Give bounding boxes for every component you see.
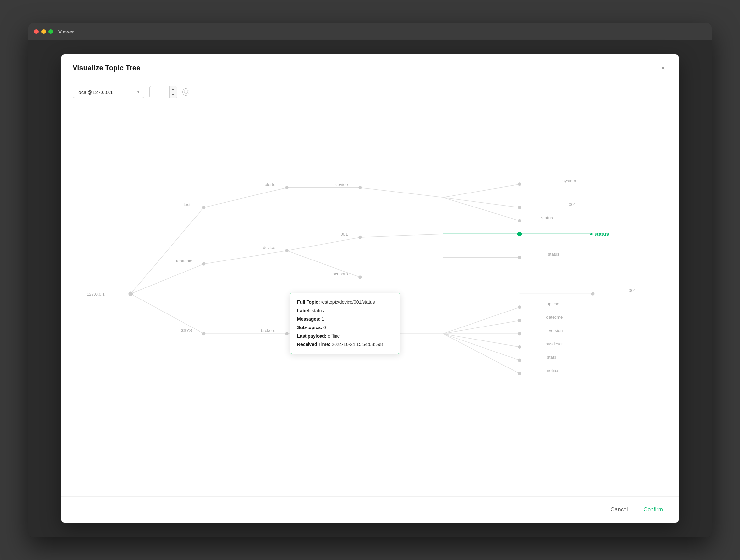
node-001-testtopic-label: 001 [340, 232, 348, 237]
node-001-testtopic [358, 236, 362, 239]
node-sys [202, 332, 205, 335]
chevron-down-icon: ▾ [137, 90, 139, 94]
node-001-right [591, 292, 594, 295]
title-bar: Viewer [28, 23, 712, 40]
svg-line-23 [443, 334, 520, 347]
svg-line-2 [131, 294, 204, 334]
node-001-upper [518, 206, 521, 209]
node-testtopic [202, 262, 205, 266]
node-sensors-label: sensors [333, 271, 348, 276]
depth-input[interactable]: 4 [150, 89, 169, 95]
broker-value: local@127.0.0.1 [78, 89, 113, 95]
svg-line-6 [443, 184, 520, 197]
svg-line-3 [204, 188, 287, 208]
svg-line-13 [287, 251, 360, 277]
tooltip-last-payload-value: offline [328, 333, 340, 339]
node-001-right-label: 001 [629, 288, 636, 293]
broker-dropdown[interactable]: local@127.0.0.1 ▾ [73, 87, 144, 98]
node-brokers [285, 332, 289, 335]
modal-dialog: Visualize Topic Tree × local@127.0.0.1 ▾… [61, 54, 679, 523]
node-version [518, 332, 521, 335]
svg-line-24 [443, 334, 520, 360]
node-uptime-label: uptime [546, 302, 559, 306]
node-system [518, 183, 521, 186]
svg-line-20 [443, 307, 520, 334]
tooltip-messages-label: Messages: [297, 316, 320, 322]
depth-decrement-button[interactable]: ▼ [170, 92, 177, 98]
svg-line-9 [204, 251, 287, 264]
close-traffic-light[interactable] [34, 29, 39, 34]
node-status-upper [518, 219, 521, 222]
app-window: Viewer Visualize Topic Tree × local@127.… [28, 23, 712, 537]
node-root-label: 127.0.0.1 [87, 292, 105, 297]
tooltip-messages-value: 1 [321, 316, 324, 322]
node-metrics-label: metrics [546, 368, 560, 373]
svg-line-0 [131, 208, 204, 294]
tooltip-full-topic-label: Full Topic: [297, 300, 320, 305]
tooltip-label-value: status [312, 308, 324, 313]
tooltip-last-payload-row: Last payload: offline [297, 333, 393, 340]
modal-header: Visualize Topic Tree × [61, 54, 679, 79]
tooltip-received-time-value: 2024-10-24 15:54:08:698 [332, 342, 383, 347]
confirm-button[interactable]: Confirm [639, 504, 667, 516]
tooltip-full-topic-row: Full Topic: testtopic/device/001/status [297, 299, 393, 306]
node-status-lower [518, 256, 521, 259]
depth-increment-button[interactable]: ▲ [170, 86, 177, 92]
node-test-label: test [184, 202, 191, 207]
svg-line-10 [287, 237, 360, 251]
depth-control: 4 ▲ ▼ [149, 86, 177, 98]
node-device-alerts [358, 186, 362, 189]
node-device-testtopic [285, 249, 289, 252]
svg-line-7 [443, 197, 520, 208]
node-datetime [518, 319, 521, 322]
node-sysdescr-label: sysdescr [546, 341, 563, 346]
svg-line-5 [360, 188, 443, 198]
node-system-label: system [562, 179, 576, 184]
tooltip-last-payload-label: Last payload: [297, 333, 327, 339]
node-testtopic-label: testtopic [176, 258, 192, 263]
node-status-upper-label: status [541, 215, 553, 220]
svg-line-8 [443, 197, 520, 221]
tooltip-subtopics-label: Sub-topics: [297, 325, 322, 330]
node-sysdescr [518, 345, 521, 349]
traffic-lights [34, 29, 53, 34]
cancel-button[interactable]: Cancel [606, 504, 633, 516]
tooltip-received-time-row: Received Time: 2024-10-24 15:54:08:698 [297, 341, 393, 348]
node-tooltip: Full Topic: testtopic/device/001/status … [290, 293, 400, 354]
modal-footer: Cancel Confirm [61, 496, 679, 523]
modal-toolbar: local@127.0.0.1 ▾ 4 ▲ ▼ ⓘ [61, 79, 679, 105]
svg-line-25 [443, 334, 520, 374]
node-alerts [285, 186, 289, 189]
node-sys-label: $SYS [181, 328, 192, 333]
node-stats-label: stats [547, 355, 556, 360]
fullscreen-traffic-light[interactable] [49, 29, 53, 34]
tooltip-label-label: Label: [297, 308, 310, 313]
node-device-alerts-label: device [335, 182, 348, 187]
app-title: Viewer [58, 29, 74, 34]
tooltip-label-row: Label: status [297, 307, 393, 314]
node-status-label-highlighted: ● status [590, 231, 609, 237]
tooltip-received-time-label: Received Time: [297, 342, 330, 347]
svg-line-11 [360, 234, 443, 237]
node-metrics [518, 372, 521, 375]
minimize-traffic-light[interactable] [41, 29, 46, 34]
node-alerts-label: alerts [265, 182, 275, 187]
node-device-testtopic-label: device [263, 245, 275, 250]
tooltip-subtopics-value: 0 [323, 325, 326, 330]
info-icon[interactable]: ⓘ [182, 89, 189, 96]
node-datetime-label: datetime [546, 315, 563, 320]
node-uptime [518, 305, 521, 309]
node-sensors [358, 275, 362, 279]
node-brokers-label: brokers [261, 328, 276, 333]
node-status-lower-label: status [548, 252, 560, 256]
node-001-upper-label: 001 [569, 202, 576, 207]
node-root [128, 292, 133, 296]
depth-spinners: ▲ ▼ [169, 86, 177, 98]
close-button[interactable]: × [658, 64, 667, 73]
node-status-highlighted[interactable] [518, 232, 522, 236]
app-body: Visualize Topic Tree × local@127.0.0.1 ▾… [28, 40, 712, 537]
tree-visualization-area: 127.0.0.1 test testtopic $SYS alerts [61, 105, 679, 496]
modal-title: Visualize Topic Tree [73, 64, 140, 72]
node-test [202, 206, 205, 209]
tooltip-full-topic-value: testtopic/device/001/status [321, 300, 375, 305]
